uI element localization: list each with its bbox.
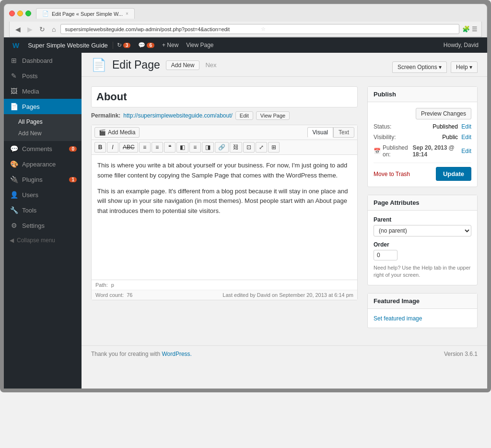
sidebar-item-comments[interactable]: 💬 Comments 0 [4,141,82,156]
wp-logo-icon[interactable]: W [9,41,23,49]
sidebar-label-tools: Tools [22,207,36,214]
calendar-icon: 📅 [374,148,381,154]
sidebar-item-appearance[interactable]: 🎨 Appearance [4,156,82,172]
browser-tab-favicon: 📄 [42,11,49,17]
help-button[interactable]: Help ▾ [451,61,478,73]
format-align-right[interactable]: ◨ [202,142,214,153]
editor-stats-bar: Word count: 76 Last edited by David on S… [92,290,357,300]
wp-footer-link[interactable]: WordPress. [162,351,191,357]
browser-tab-close[interactable]: × [126,11,129,16]
admin-bar-howdy[interactable]: Howdy, David [440,42,482,48]
tab-visual[interactable]: Visual [307,127,333,138]
forward-button[interactable]: ▶ [25,24,35,34]
add-new-button[interactable]: Add New [166,60,200,70]
format-unlink[interactable]: ⛓ [230,142,242,153]
featured-image-header[interactable]: Featured Image [368,294,477,309]
sidebar-label-settings: Settings [22,222,45,229]
tab-text[interactable]: Text [333,127,354,138]
visibility-edit-link[interactable]: Edit [461,134,471,141]
extensions-button[interactable]: 🧩 [462,25,470,33]
sidebar-item-posts[interactable]: ✎ Posts [4,68,82,83]
format-italic[interactable]: I [107,142,118,153]
comments-badge: 6 [147,43,154,48]
order-input[interactable] [374,250,397,260]
publish-metabox-header[interactable]: Publish [368,87,477,102]
format-align-center[interactable]: ≡ [189,142,201,153]
visibility-label: Visibility: [374,134,396,141]
browser-minimize-dot[interactable] [17,11,23,16]
published-edit-link[interactable]: Edit [461,148,471,154]
editor-format-bar: B I ABC ≡ ≡ ❝ ◧ ≡ ◨ 🔗 ⛓ ⊡ ⤢ ⊞ [92,140,357,155]
sidebar-label-media: Media [22,88,39,95]
format-strikethrough[interactable]: ABC [119,142,138,153]
sidebar-item-tools[interactable]: 🔧 Tools [4,202,82,218]
post-title-input[interactable] [91,86,358,107]
home-button[interactable]: ⌂ [50,24,58,34]
posts-icon: ✎ [10,72,18,80]
format-ul[interactable]: ≡ [139,142,151,153]
published-on-label: Published on: [383,144,409,158]
comments-nav-icon: 💬 [10,145,18,153]
sidebar-sub-add-new[interactable]: Add New [4,128,82,139]
browser-tab[interactable]: 📄 Edit Page « Super Simple W... × [36,8,135,19]
format-bold[interactable]: B [94,142,106,153]
admin-bar-new[interactable]: + New [158,37,182,53]
back-button[interactable]: ◀ [13,24,23,34]
format-blockquote[interactable]: ❝ [164,142,175,153]
menu-button[interactable]: ☰ [472,25,478,33]
move-to-trash-link[interactable]: Move to Trash [374,171,410,177]
main-editor: Permalink: http://supersimplewebsiteguid… [91,86,358,336]
wp-main-wrapper: ⊞ Dashboard ✎ Posts 🖼 Media 📄 Pages All … [4,53,487,389]
format-link[interactable]: 🔗 [215,142,229,153]
set-featured-image-link[interactable]: Set featured image [374,315,422,322]
add-media-button[interactable]: 🎬 Add Media [94,127,140,138]
address-bar[interactable]: supersimplewebsiteguide.com/wp-admin/pos… [60,24,459,34]
permalink-label: Permalink: [91,112,120,119]
appearance-icon: 🎨 [10,160,18,168]
permalink-row: Permalink: http://supersimplewebsiteguid… [91,111,358,120]
browser-tab-title: Edit Page « Super Simple W... [52,11,123,17]
bookmark-icon[interactable]: ☆ [261,26,455,32]
admin-bar-view-page[interactable]: View Page [182,37,217,53]
browser-maximize-dot[interactable] [25,11,31,16]
breadcrumb-next: Nex [205,61,216,69]
sidebar-item-users[interactable]: 👤 Users [4,187,82,202]
admin-bar-site-name[interactable]: Super Simple Website Guide [23,42,113,49]
refresh-button[interactable]: ↻ [37,24,47,34]
format-align-left[interactable]: ◧ [176,142,188,153]
sidebar-item-plugins[interactable]: 🔌 Plugins 1 [4,172,82,187]
page-footer: Thank you for creating with WordPress. V… [82,345,487,362]
sidebar-item-dashboard[interactable]: ⊞ Dashboard [4,53,82,68]
collapse-label: Collapse menu [17,237,55,244]
content-paragraph-1: This is where you write a bit about your… [97,161,351,181]
permalink-edit-button[interactable]: Edit [235,111,253,120]
editor-footer: Path: p [92,280,357,290]
admin-bar-updates[interactable]: ↻ 3 [113,37,135,53]
permalink-view-button[interactable]: View Page [256,111,290,120]
preview-button[interactable]: Preview Changes [416,108,471,119]
header-actions: Screen Options ▾ Help ▾ [392,61,478,73]
page-attributes-header[interactable]: Page Attributes [368,195,477,211]
sidebar-item-media[interactable]: 🖼 Media [4,83,82,99]
format-fullscreen[interactable]: ⤢ [256,142,267,153]
sidebar-item-pages[interactable]: 📄 Pages [4,99,82,114]
sidebar-label-appearance: Appearance [22,161,56,168]
browser-close-dot[interactable] [9,11,15,16]
parent-select[interactable]: (no parent) [374,225,471,236]
admin-bar-comments[interactable]: 💬 6 [134,37,158,53]
sidebar-item-settings[interactable]: ⚙ Settings [4,218,82,233]
pages-icon: 📄 [10,103,18,110]
collapse-menu-button[interactable]: ◀ Collapse menu [4,233,82,248]
update-button[interactable]: Update [436,167,471,181]
editor-content[interactable]: This is where you write a bit about your… [92,155,357,280]
sidebar-label-plugins: Plugins [22,176,43,183]
screen-options-button[interactable]: Screen Options ▾ [392,61,447,73]
format-insert[interactable]: ⊡ [243,142,255,153]
format-ol[interactable]: ≡ [152,142,163,153]
format-more[interactable]: ⊞ [268,142,280,153]
attributes-help-text: Need help? Use the Help tab in the upper… [374,264,471,279]
permalink-url[interactable]: http://supersimplewebsiteguide.com/about… [123,112,232,119]
status-edit-link[interactable]: Edit [461,123,471,130]
sidebar-sub-all-pages[interactable]: All Pages [4,116,82,128]
address-url: supersimplewebsiteguide.com/wp-admin/pos… [65,26,259,32]
